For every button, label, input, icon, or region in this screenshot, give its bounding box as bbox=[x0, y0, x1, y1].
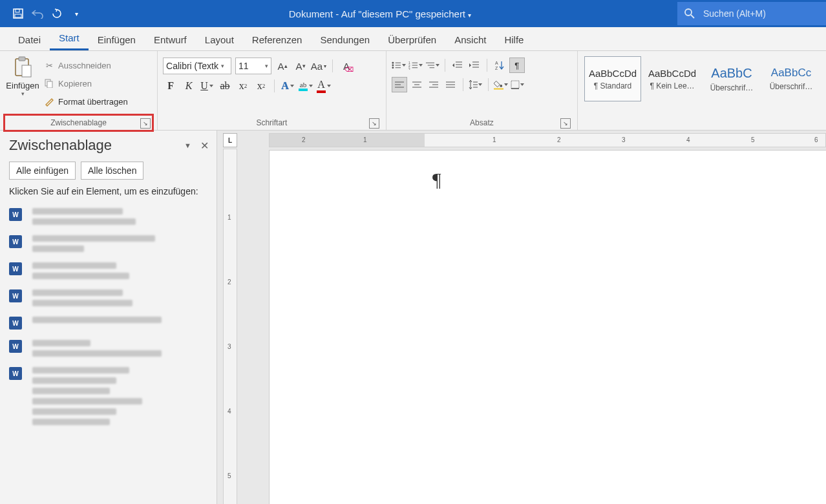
taskpane-hint: Klicken Sie auf ein Element, um es einzu… bbox=[0, 185, 217, 198]
svg-text:Z: Z bbox=[495, 66, 498, 70]
font-name-combo[interactable]: Calibri (Textk▾ bbox=[163, 58, 231, 74]
vertical-ruler[interactable]: 1 2 3 4 5 bbox=[223, 149, 237, 504]
ruler-tick: 2 bbox=[302, 136, 306, 143]
ruler-tick: 3 bbox=[622, 136, 626, 143]
copy-icon bbox=[44, 78, 54, 89]
borders-button[interactable] bbox=[511, 78, 525, 92]
font-color-button[interactable]: A bbox=[316, 78, 332, 94]
taskpane-options-icon[interactable]: ▼ bbox=[184, 142, 191, 149]
tab-einfuegen[interactable]: Einfügen bbox=[89, 29, 145, 50]
grow-font-button[interactable]: A▴ bbox=[275, 59, 290, 73]
cut-button[interactable]: ✂ Ausschneiden bbox=[44, 58, 128, 73]
font-size-value: 11 bbox=[238, 61, 249, 71]
horizontal-ruler[interactable]: 2 1 1 2 3 4 5 6 bbox=[269, 133, 826, 147]
group-label-paragraph: Absatz bbox=[470, 118, 494, 127]
word-icon: W bbox=[9, 367, 22, 380]
group-paragraph: 123 AZ ¶ Absatz bbox=[387, 51, 578, 130]
svg-rect-49 bbox=[494, 89, 503, 90]
undo-icon[interactable] bbox=[31, 7, 44, 20]
document-page[interactable]: ¶ bbox=[269, 150, 826, 504]
clear-formatting-button[interactable]: A⌫ bbox=[339, 59, 354, 73]
group-clipboard: Einfügen ▾ ✂ Ausschneiden Kopieren bbox=[0, 51, 158, 130]
decrease-indent-button[interactable] bbox=[450, 58, 465, 72]
paragraph-launcher[interactable]: ↘ bbox=[560, 118, 571, 129]
search-box[interactable]: Suchen (Alt+M) bbox=[677, 2, 826, 25]
redo-icon[interactable] bbox=[50, 7, 63, 20]
align-center-button[interactable] bbox=[410, 78, 424, 92]
increase-indent-button[interactable] bbox=[467, 58, 482, 72]
multilevel-list-button[interactable] bbox=[425, 58, 439, 72]
word-icon: W bbox=[9, 317, 22, 330]
subscript-button[interactable]: x2 bbox=[235, 78, 251, 94]
group-font: Calibri (Textk▾ 11▾ A▴ A▾ Aa▾ A⌫ F K U a… bbox=[158, 51, 387, 130]
font-launcher[interactable]: ↘ bbox=[369, 118, 379, 129]
bullets-button[interactable] bbox=[392, 58, 406, 72]
title-bar: ▾ Dokument - Auf "diesem PC" gespeichert… bbox=[0, 0, 826, 27]
ruler-tick: 3 bbox=[228, 343, 231, 350]
change-case-button[interactable]: Aa▾ bbox=[312, 59, 326, 73]
tab-ueberpruefen[interactable]: Überprüfen bbox=[379, 29, 445, 50]
paste-label: Einfügen bbox=[6, 81, 39, 90]
format-painter-button[interactable]: Format übertragen bbox=[44, 94, 128, 109]
shrink-font-button[interactable]: A▾ bbox=[293, 59, 308, 73]
svg-point-3 bbox=[685, 9, 692, 16]
tab-entwurf[interactable]: Entwurf bbox=[145, 29, 196, 50]
clipboard-item[interactable]: W bbox=[6, 284, 210, 311]
style-standard[interactable]: AaBbCcDd ¶ Standard bbox=[584, 56, 641, 101]
tab-start[interactable]: Start bbox=[50, 27, 89, 50]
clear-all-button[interactable]: Alle löschen bbox=[81, 162, 144, 180]
clipboard-launcher[interactable]: ↘ bbox=[140, 118, 151, 129]
clipboard-item[interactable]: W bbox=[6, 257, 210, 284]
clipboard-item[interactable]: W bbox=[6, 311, 210, 335]
text-effects-button[interactable]: A bbox=[280, 78, 295, 94]
justify-button[interactable] bbox=[443, 78, 458, 92]
workspace: Zwischenablage ▼ ✕ Alle einfügen Alle lö… bbox=[0, 131, 826, 504]
superscript-button[interactable]: x2 bbox=[253, 78, 269, 94]
align-right-button[interactable] bbox=[427, 78, 441, 92]
paste-all-button[interactable]: Alle einfügen bbox=[9, 162, 76, 180]
tab-layout[interactable]: Layout bbox=[196, 29, 243, 50]
style-label: Überschrif… bbox=[710, 83, 754, 92]
ruler-tick: 1 bbox=[492, 136, 496, 143]
style-heading2[interactable]: AaBbCc Überschrif… bbox=[763, 56, 820, 101]
ruler-tick: 2 bbox=[228, 278, 231, 286]
sort-button[interactable]: AZ bbox=[492, 58, 507, 72]
underline-button[interactable]: U bbox=[199, 78, 215, 94]
group-label-clipboard: Zwischenablage bbox=[50, 118, 107, 127]
svg-point-10 bbox=[392, 62, 394, 64]
show-marks-button[interactable]: ¶ bbox=[509, 58, 525, 73]
ribbon-tabs: Datei Start Einfügen Entwurf Layout Refe… bbox=[0, 27, 826, 51]
qat-customize-icon[interactable]: ▾ bbox=[70, 7, 83, 20]
style-heading1[interactable]: AaBbC Überschrif… bbox=[703, 56, 760, 101]
tab-hilfe[interactable]: Hilfe bbox=[495, 29, 533, 50]
strikethrough-button[interactable]: ab bbox=[217, 78, 233, 94]
clipboard-item[interactable]: W bbox=[6, 362, 210, 430]
tab-datei[interactable]: Datei bbox=[9, 29, 50, 50]
clipboard-item[interactable]: W bbox=[6, 335, 210, 362]
tabstop-selector[interactable]: L bbox=[223, 133, 237, 147]
shading-button[interactable] bbox=[494, 78, 508, 92]
highlight-button[interactable]: ab bbox=[298, 78, 313, 94]
search-placeholder: Suchen (Alt+M) bbox=[703, 8, 766, 19]
line-spacing-button[interactable] bbox=[469, 78, 483, 92]
italic-button[interactable]: K bbox=[181, 78, 196, 94]
bold-button[interactable]: F bbox=[163, 78, 178, 94]
clipboard-items: W W W W W W W bbox=[0, 198, 217, 436]
tab-sendungen[interactable]: Sendungen bbox=[311, 29, 379, 50]
clipboard-item[interactable]: W bbox=[6, 230, 210, 257]
close-icon[interactable]: ✕ bbox=[200, 140, 209, 152]
paste-button[interactable]: Einfügen ▾ bbox=[5, 54, 40, 97]
tab-referenzen[interactable]: Referenzen bbox=[243, 29, 312, 50]
font-size-combo[interactable]: 11▾ bbox=[235, 58, 271, 74]
save-icon[interactable] bbox=[12, 7, 25, 20]
numbering-button[interactable]: 123 bbox=[408, 58, 423, 72]
copy-button[interactable]: Kopieren bbox=[44, 76, 128, 91]
svg-point-12 bbox=[392, 67, 394, 68]
style-no-spacing[interactable]: AaBbCcDd ¶ Kein Lee… bbox=[644, 56, 701, 101]
align-left-button[interactable] bbox=[392, 77, 407, 92]
svg-rect-9 bbox=[47, 81, 52, 88]
clipboard-item[interactable]: W bbox=[6, 203, 210, 230]
search-icon bbox=[684, 8, 695, 19]
tab-ansicht[interactable]: Ansicht bbox=[445, 29, 495, 50]
style-label: ¶ Kein Lee… bbox=[650, 81, 694, 90]
